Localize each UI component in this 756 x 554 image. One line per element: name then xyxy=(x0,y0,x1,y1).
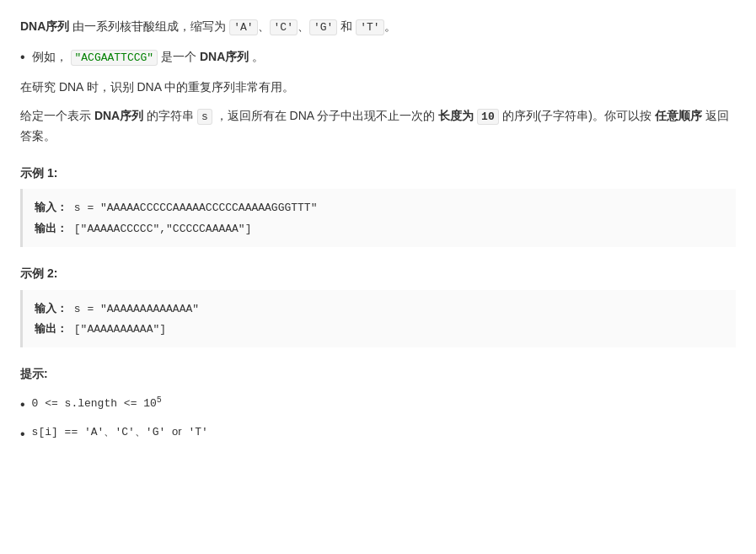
example2-output-val: ["AAAAAAAAAA"] xyxy=(74,323,166,336)
example1-title: 示例 1: xyxy=(20,164,736,182)
example1-block: 输入： s = "AAAAACCCCCAAAAACCCCCAAAAAGGGTTT… xyxy=(20,189,736,247)
bullet-dot-1: • xyxy=(20,47,25,67)
length-bold: 长度为 10 xyxy=(438,109,499,122)
example1-input-label: 输入： xyxy=(35,201,67,213)
dna-term-1: DNA序列 xyxy=(20,19,69,33)
bullet-text-1: 例如， "ACGAATTCCG" 是一个 DNA序列 。 xyxy=(32,47,265,67)
example2-input-val: s = "AAAAAAAAAAAAA" xyxy=(74,303,199,315)
example1-output: 输出： ["AAAAACCCCC","CCCCCAAAAA"] xyxy=(35,218,724,239)
dna-term-3: DNA序列 xyxy=(94,109,143,122)
hints-title: 提示: xyxy=(20,364,736,383)
example2-block: 输入： s = "AAAAAAAAAAAAA" 输出： ["AAAAAAAAAA… xyxy=(20,290,736,348)
code-a: 'A' xyxy=(229,19,257,35)
example2-output-label: 输出： xyxy=(35,322,67,335)
code-g: 'G' xyxy=(309,19,337,35)
desc-line-1: 在研究 DNA 时，识别 DNA 中的重复序列非常有用。 xyxy=(20,78,736,96)
example2-title: 示例 2: xyxy=(20,264,736,282)
hint-dot-2: • xyxy=(20,423,25,445)
hint-dot-1: • xyxy=(20,394,25,416)
hints-section: 提示: • 0 <= s.length <= 105 • s[i] == 'A'… xyxy=(20,364,736,445)
example1-input-val: s = "AAAAACCCCCAAAAACCCCCAAAAAGGGTTT" xyxy=(74,202,318,214)
example2-output: 输出： ["AAAAAAAAAA"] xyxy=(35,319,724,339)
num-10: 10 xyxy=(477,109,499,125)
example2-input: 输入： s = "AAAAAAAAAAAAA" xyxy=(35,299,724,319)
long-desc: 给定一个表示 DNA序列 的字符串 s ，返回所有在 DNA 分子中出现不止一次… xyxy=(20,106,736,147)
dna-term-2: DNA序列 xyxy=(200,50,249,63)
intro-paragraph: DNA序列 由一系列核苷酸组成，缩写为 'A'、'C'、'G' 和 'T'。 xyxy=(20,17,736,37)
hint-2-text: s[i] == 'A'、'C'、'G' or 'T' xyxy=(32,423,208,442)
hint-bullet-1: • 0 <= s.length <= 105 xyxy=(20,394,736,416)
param-s: s xyxy=(197,109,212,125)
acg-code: "ACGAATTCCG" xyxy=(71,50,158,66)
code-t: 'T' xyxy=(356,19,383,35)
any-order: 任意顺序 xyxy=(655,109,702,122)
hint-1-text: 0 <= s.length <= 105 xyxy=(32,394,162,413)
hint-bullet-2: • s[i] == 'A'、'C'、'G' or 'T' xyxy=(20,423,736,445)
code-c: 'C' xyxy=(270,19,298,35)
bullet-example: • 例如， "ACGAATTCCG" 是一个 DNA序列 。 xyxy=(20,47,736,67)
example2-input-label: 输入： xyxy=(35,302,67,315)
example1-input: 输入： s = "AAAAACCCCCAAAAACCCCCAAAAAGGGTTT… xyxy=(35,197,724,218)
example1-output-label: 输出： xyxy=(35,222,67,234)
intro-text-1: 由一系列核苷酸组成，缩写为 xyxy=(72,19,229,33)
hint-1-sup: 5 xyxy=(157,395,162,405)
example1-output-val: ["AAAAACCCCC","CCCCCAAAAA"] xyxy=(74,223,252,235)
or-text: or xyxy=(172,425,182,438)
